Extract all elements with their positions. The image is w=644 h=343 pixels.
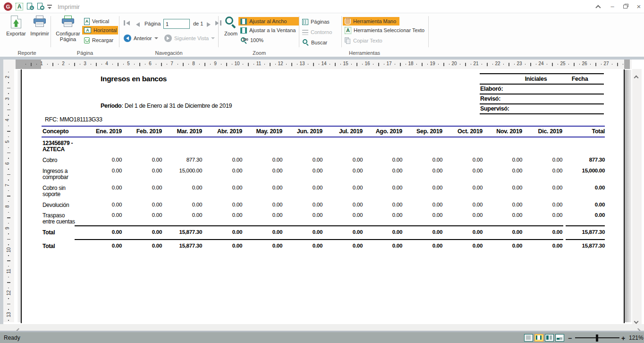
signoff-col-fecha: Fecha	[562, 76, 598, 82]
table-cell: 0.00	[364, 243, 402, 249]
ruler-number: 8	[192, 61, 195, 66]
row-label: Devolución	[42, 202, 69, 208]
fit-width-button[interactable]: Ajustar al Ancho	[238, 17, 299, 26]
row-label: comprobar	[42, 174, 68, 180]
ruler-tick	[7, 304, 10, 305]
next-page-button[interactable]	[207, 20, 211, 29]
ruler-tick	[47, 64, 48, 65]
ruler-tick	[508, 63, 509, 66]
ruler-tick	[406, 64, 407, 65]
ruler-tick	[8, 223, 9, 224]
ruler-tick	[536, 64, 537, 65]
first-page-button[interactable]	[124, 20, 130, 26]
quick-access-dropdown-icon[interactable]	[47, 5, 52, 9]
table-cell: 0.00	[285, 212, 322, 218]
ruler-number: 9	[214, 61, 217, 66]
page-number-input[interactable]	[163, 19, 190, 29]
ruler-number: 12	[278, 61, 283, 66]
dropdown-caret-icon[interactable]	[154, 37, 158, 39]
ruler-tick	[8, 72, 9, 73]
ruler-tick	[8, 288, 9, 289]
ruler-number: 3	[84, 61, 86, 66]
ruler-tick	[313, 63, 314, 66]
page-label: Página	[144, 21, 161, 26]
zoom-slider-handle[interactable]	[596, 334, 598, 342]
scroll-down-icon[interactable]	[635, 317, 639, 321]
multi-page-view-button[interactable]	[555, 334, 564, 342]
ruler-tick	[80, 64, 81, 65]
scroll-up-icon[interactable]	[635, 73, 639, 77]
restore-button[interactable]	[621, 3, 630, 10]
table-cell: 0.00	[405, 212, 442, 218]
orientation-vertical-button[interactable]: A Vertical	[84, 17, 109, 26]
table-cell: 15,877.30	[164, 243, 202, 249]
zoom-out-quick-icon[interactable]: -	[37, 3, 44, 10]
previous-page-button[interactable]	[136, 20, 140, 29]
ruler-tick	[530, 63, 531, 66]
table-cell: 0.00	[84, 157, 122, 163]
orientation-horizontal-button[interactable]: A Horizontal	[82, 26, 118, 34]
table-cell: 0.00	[84, 229, 122, 235]
zoom-100-button[interactable]: 100 100%	[240, 36, 263, 44]
search-button[interactable]: Buscar	[302, 38, 327, 47]
table-cell: 0.00	[164, 212, 202, 218]
print-button[interactable]: Imprimir	[28, 16, 51, 36]
ruler-number: 19	[430, 61, 435, 66]
ruler-tick	[601, 64, 602, 65]
page-count-label: de 1	[193, 21, 203, 26]
table-cell: 0.00	[84, 243, 122, 249]
ruler-number: 7	[170, 61, 173, 66]
ruler-tick	[7, 174, 10, 175]
zoom-in-slider-button[interactable]: +	[621, 334, 625, 342]
ruler-tick	[7, 239, 10, 240]
scroll-left-icon[interactable]	[17, 326, 22, 330]
fit-width-view-button[interactable]	[534, 334, 543, 342]
ruler-number: 13	[299, 61, 305, 66]
zoom-in-quick-icon[interactable]: +	[26, 3, 34, 10]
ruler-tick	[248, 63, 249, 66]
scroll-right-icon[interactable]	[636, 326, 641, 330]
column-header: Dic. 2019	[522, 128, 562, 135]
table-cell: 0.00	[164, 185, 202, 190]
reload-button[interactable]: Recargar	[84, 36, 113, 44]
ruler-tick	[8, 180, 9, 180]
pages-view-button[interactable]: Páginas	[302, 17, 330, 26]
ruler-number: 6	[5, 162, 10, 165]
hand-tool-button[interactable]: Herramienta Mano	[343, 17, 399, 26]
copy-icon	[345, 37, 351, 44]
table-cell: 0.00	[84, 202, 122, 207]
table-cell: 877.30	[567, 157, 605, 163]
row-label: Traspaso	[42, 212, 65, 219]
ruler-tick	[7, 88, 10, 89]
single-page-view-button[interactable]	[524, 334, 533, 342]
fit-window-button[interactable]: Ajustar a la Ventana	[240, 26, 296, 34]
table-cell: 0.00	[405, 229, 442, 235]
ruler-tick	[226, 63, 227, 66]
next-page-icon	[207, 22, 211, 27]
collapse-ribbon-button[interactable]	[595, 3, 603, 10]
vertical-scrollbar[interactable]	[632, 69, 642, 324]
table-cell: 0.00	[285, 168, 322, 173]
ruler-number: 11	[256, 61, 261, 66]
page-setup-button[interactable]: Configurar Página	[53, 16, 83, 42]
ruler-tick	[96, 63, 97, 66]
group-label-reporte: Reporte	[4, 50, 50, 56]
previous-view-button[interactable]: Anterior	[124, 34, 158, 43]
ruler-number: 26	[582, 61, 587, 66]
zoom-button[interactable]: Zoom	[221, 16, 241, 36]
close-button[interactable]: ×	[635, 3, 643, 10]
zoom-out-slider-button[interactable]: −	[568, 334, 572, 342]
two-page-view-button[interactable]	[545, 334, 554, 342]
column-header: Nov. 2019	[482, 128, 522, 135]
ruler-tick	[139, 63, 140, 66]
search-icon	[302, 39, 309, 46]
select-text-quick-icon[interactable]: A	[16, 3, 23, 10]
export-button[interactable]: Exportar	[5, 16, 27, 36]
minimize-button[interactable]: –	[608, 3, 617, 10]
ruler-tick	[291, 63, 292, 66]
table-cell: 15,000.00	[567, 168, 605, 173]
ruler-tick	[297, 64, 298, 65]
ruler-number: 20	[451, 61, 457, 66]
select-text-tool-button[interactable]: A Herramienta Seleccionar Texto	[345, 26, 424, 34]
horizontal-scrollbar[interactable]	[0, 324, 644, 331]
